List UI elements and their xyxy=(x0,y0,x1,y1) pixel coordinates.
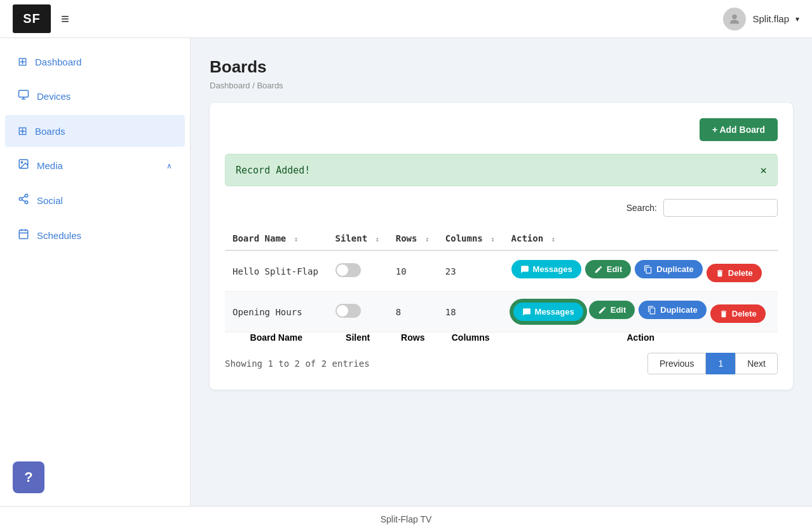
sidebar-item-label: Schedules xyxy=(37,230,81,241)
col-action: Action ↕ xyxy=(504,227,778,250)
col-rows: Rows ↕ xyxy=(388,227,438,250)
svg-point-3 xyxy=(21,161,22,163)
breadcrumb: Dashboard / Boards xyxy=(210,81,793,90)
media-expand-icon: ∧ xyxy=(166,161,172,170)
sidebar: ⊞ Dashboard Devices ⊞ Boards Media ∧ Soc… xyxy=(0,38,191,506)
boards-table: Board Name ↕ Silent ↕ Rows ↕ xyxy=(225,227,778,343)
user-dropdown-arrow[interactable]: ▾ xyxy=(795,15,799,24)
svg-point-6 xyxy=(25,201,28,204)
messages-button-2-highlighted[interactable]: Messages xyxy=(511,301,585,323)
sort-icon-rows[interactable]: ↕ xyxy=(425,235,430,243)
alert-message: Record Added! xyxy=(236,165,310,176)
col-columns: Columns ↕ xyxy=(438,227,504,250)
media-icon xyxy=(18,158,29,173)
sidebar-item-social[interactable]: Social xyxy=(5,184,185,217)
svg-rect-1 xyxy=(19,90,29,97)
silent-toggle-1[interactable] xyxy=(335,263,361,277)
footer-col-silent: Silent xyxy=(328,332,388,343)
sidebar-item-label: Devices xyxy=(37,91,71,102)
sort-icon-board-name[interactable]: ↕ xyxy=(294,235,299,243)
main-content: Boards Dashboard / Boards + Add Board Re… xyxy=(191,38,812,506)
sidebar-item-dashboard[interactable]: ⊞ Dashboard xyxy=(5,46,185,78)
hamburger-menu[interactable]: ≡ xyxy=(61,11,69,27)
page-1-button[interactable]: 1 xyxy=(706,353,735,374)
content-card: + Add Board Record Added! × Search: Boar… xyxy=(210,103,793,390)
table-footer: Showing 1 to 2 of 2 entries Previous 1 N… xyxy=(225,353,778,374)
logo: SF xyxy=(13,4,51,33)
search-input[interactable] xyxy=(663,199,778,217)
cell-board-name: Opening Hours xyxy=(225,292,328,332)
sort-icon-columns[interactable]: ↕ xyxy=(491,235,495,243)
messages-button-1[interactable]: Messages xyxy=(511,260,581,278)
footer-col-board-name: Board Name xyxy=(225,332,328,343)
layout: ⊞ Dashboard Devices ⊞ Boards Media ∧ Soc… xyxy=(0,38,812,506)
table-row: Hello Split-Flap 10 23 Messages xyxy=(225,250,778,292)
devices-icon xyxy=(18,89,29,104)
delete-button-2[interactable]: Delete xyxy=(710,304,766,323)
edit-button-1[interactable]: Edit xyxy=(585,260,632,278)
sort-icon-action[interactable]: ↕ xyxy=(551,235,556,243)
footer-col-rows: Rows xyxy=(388,332,438,343)
footer-col-columns: Columns xyxy=(438,332,504,343)
topbar-left: SF ≡ xyxy=(13,4,69,33)
search-row: Search: xyxy=(225,199,778,217)
table-row: Opening Hours 8 18 Messages xyxy=(225,292,778,332)
page-title: Boards xyxy=(210,57,793,77)
cell-columns: 23 xyxy=(438,250,504,292)
dashboard-icon: ⊞ xyxy=(18,55,27,69)
cell-board-name: Hello Split-Flap xyxy=(225,250,328,292)
sidebar-item-schedules[interactable]: Schedules xyxy=(5,219,185,252)
cell-silent xyxy=(328,292,388,332)
showing-entries: Showing 1 to 2 of 2 entries xyxy=(225,358,370,369)
action-cell-1: Messages Edit Duplicate xyxy=(511,260,770,282)
svg-point-0 xyxy=(733,14,737,18)
cell-rows: 8 xyxy=(388,292,438,332)
help-button[interactable]: ? xyxy=(13,461,44,493)
sidebar-item-label: Social xyxy=(37,195,63,206)
sidebar-item-devices[interactable]: Devices xyxy=(5,80,185,113)
footer-label: Split-Flap TV xyxy=(381,514,432,524)
cell-columns: 18 xyxy=(438,292,504,332)
col-silent: Silent ↕ xyxy=(328,227,388,250)
svg-rect-7 xyxy=(19,230,28,239)
topbar-right: Split.flap ▾ xyxy=(723,8,799,31)
sidebar-item-boards[interactable]: ⊞ Boards xyxy=(5,115,185,147)
avatar xyxy=(723,8,746,31)
cell-action: Messages Edit Duplicate xyxy=(504,250,778,292)
add-board-button[interactable]: + Add Board xyxy=(700,118,778,141)
alert-close-button[interactable]: × xyxy=(760,163,767,177)
sidebar-item-label: Dashboard xyxy=(35,57,81,67)
social-icon xyxy=(18,193,29,208)
card-header: + Add Board xyxy=(225,118,778,141)
svg-point-4 xyxy=(25,194,28,198)
col-board-name: Board Name ↕ xyxy=(225,227,328,250)
sort-icon-silent[interactable]: ↕ xyxy=(376,235,380,243)
footer-bar: Split-Flap TV xyxy=(0,506,812,532)
silent-toggle-2[interactable] xyxy=(335,304,361,318)
cell-silent xyxy=(328,250,388,292)
sidebar-item-label: Media xyxy=(37,160,63,171)
boards-icon: ⊞ xyxy=(18,124,27,138)
prev-button[interactable]: Previous xyxy=(647,353,706,374)
sidebar-item-media[interactable]: Media ∧ xyxy=(5,149,185,182)
delete-button-1[interactable]: Delete xyxy=(707,264,762,282)
footer-col-action: Action xyxy=(504,332,778,343)
cell-rows: 10 xyxy=(388,250,438,292)
duplicate-button-1[interactable]: Duplicate xyxy=(635,260,703,278)
sidebar-item-label: Boards xyxy=(35,126,65,137)
username-label: Split.flap xyxy=(752,13,789,24)
cell-action: Messages Edit Duplicate xyxy=(504,292,778,332)
next-button[interactable]: Next xyxy=(735,353,778,374)
pagination: Previous 1 Next xyxy=(647,353,778,374)
svg-point-5 xyxy=(19,198,22,201)
topbar: SF ≡ Split.flap ▾ xyxy=(0,0,812,38)
action-cell-2: Messages Edit Duplicate xyxy=(511,301,770,323)
duplicate-button-2[interactable]: Duplicate xyxy=(639,301,707,319)
alert-banner: Record Added! × xyxy=(225,154,778,186)
schedules-icon xyxy=(18,228,29,243)
search-label: Search: xyxy=(626,203,657,213)
edit-button-2[interactable]: Edit xyxy=(589,301,635,319)
